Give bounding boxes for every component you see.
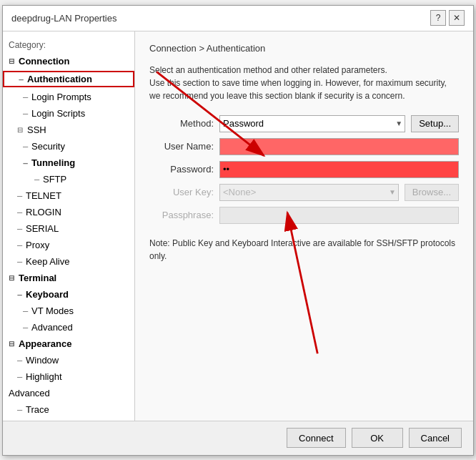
form-section: Method: Password Public Key Keyboard Int… (149, 115, 459, 224)
dash-keyboard: – (17, 289, 24, 300)
method-row: Method: Password Public Key Keyboard Int… (149, 115, 459, 132)
sidebar-item-vt-modes[interactable]: – VT Modes (3, 303, 134, 319)
sidebar: Category: ⊟ Connection – Authentication … (3, 31, 135, 421)
dialog-footer: Connect OK Cancel (3, 421, 473, 455)
sidebar-item-keepalive[interactable]: – Keep Alive (3, 253, 134, 270)
sidebar-item-appearance[interactable]: ⊟ Appearance (3, 336, 134, 352)
sidebar-item-ssh[interactable]: ⊟ SSH (3, 122, 134, 138)
sidebar-item-highlight[interactable]: – Highlight (3, 368, 134, 385)
password-row: Password: (149, 161, 459, 178)
dash-login-prompts: – (23, 92, 30, 102)
dash-security: – (23, 141, 30, 152)
sidebar-item-terminal[interactable]: ⊟ Terminal (3, 270, 134, 286)
method-select-wrapper: Password Public Key Keyboard Interactive… (219, 115, 405, 132)
expand-icon-connection: ⊟ (9, 57, 19, 65)
expand-icon-ssh: ⊟ (17, 126, 27, 134)
sidebar-item-trace[interactable]: – Trace (3, 401, 134, 418)
authentication-label: Authentication (27, 74, 92, 84)
sidebar-item-rlogin[interactable]: – RLOGIN (3, 204, 134, 220)
dash-keepalive: – (17, 256, 24, 267)
desc-line2: Use this section to save time when loggi… (149, 78, 447, 88)
close-button[interactable]: ✕ (449, 10, 465, 26)
desc-line3: we recommend you leave this section blan… (149, 91, 405, 101)
title-bar-controls: ? ✕ (430, 10, 465, 26)
category-label: Category: (3, 37, 134, 53)
expand-icon-appearance: ⊟ (9, 340, 19, 348)
dash-auth: – (19, 74, 26, 84)
advanced-label: Advanced (31, 322, 73, 333)
sidebar-item-login-prompts[interactable]: – Login Prompts (3, 89, 134, 105)
window-label: Window (26, 355, 59, 366)
breadcrumb: Connection > Authentication (149, 43, 459, 54)
sftp-label: SFTP (43, 174, 66, 185)
username-row: User Name: (149, 138, 459, 155)
security-label: Security (31, 141, 65, 152)
passphrase-label: Passphrase: (149, 210, 214, 220)
proxy-label: Proxy (26, 240, 49, 250)
desc-line1: Select an authentication method and othe… (149, 65, 387, 75)
advanced2-label: Advanced (9, 388, 50, 398)
dash-vtmodes: – (23, 305, 30, 316)
ok-button[interactable]: OK (352, 428, 403, 448)
connect-button[interactable]: Connect (287, 428, 345, 448)
connection-label: Connection (19, 56, 70, 67)
appearance-label: Appearance (19, 338, 71, 349)
sidebar-item-window[interactable]: – Window (3, 352, 134, 368)
sidebar-item-authentication[interactable]: – Authentication (3, 69, 134, 89)
main-content: Connection > Authentication Select an au… (135, 31, 473, 421)
vtmodes-label: VT Modes (31, 305, 74, 316)
tunneling-label: Tunneling (31, 157, 75, 168)
dash-advanced: – (23, 322, 30, 333)
sidebar-item-advanced[interactable]: – Advanced (3, 319, 134, 336)
dash-login-scripts: – (23, 108, 30, 119)
expand-icon-terminal: ⊟ (9, 274, 19, 282)
password-label: Password: (149, 164, 214, 175)
passphrase-row: Passphrase: (149, 207, 459, 224)
sidebar-item-security[interactable]: – Security (3, 138, 134, 155)
telnet-label: TELNET (26, 190, 61, 201)
sidebar-item-telnet[interactable]: – TELNET (3, 187, 134, 204)
setup-button[interactable]: Setup... (411, 115, 459, 132)
method-label: Method: (149, 118, 214, 129)
password-input[interactable] (219, 161, 459, 178)
userkey-row: User Key: <None> ▼ Browse... (149, 184, 459, 201)
sidebar-item-tunneling[interactable]: – Tunneling (3, 155, 134, 171)
sidebar-item-proxy[interactable]: – Proxy (3, 237, 134, 253)
dash-rlogin: – (17, 207, 24, 217)
dialog-window: deepdrug-LAN Properties ? ✕ Category: ⊟ … (2, 5, 474, 456)
content-wrapper: Connection > Authentication Select an au… (135, 31, 473, 421)
dash-window: – (17, 355, 24, 366)
sidebar-item-sftp[interactable]: – SFTP (3, 171, 134, 187)
dash-highlight: – (17, 371, 24, 382)
trace-label: Trace (26, 404, 49, 415)
keyboard-label: Keyboard (26, 289, 69, 300)
sidebar-item-advanced2[interactable]: Advanced (3, 385, 134, 401)
window-title: deepdrug-LAN Properties (11, 13, 116, 24)
terminal-label: Terminal (19, 273, 56, 283)
sidebar-item-serial[interactable]: – SERIAL (3, 220, 134, 237)
dash-trace: – (17, 404, 24, 415)
dash-telnet: – (17, 190, 24, 201)
sidebar-item-connection[interactable]: ⊟ Connection (3, 53, 134, 69)
note-text: Note: Public Key and Keyboard Interactiv… (149, 237, 459, 263)
description: Select an authentication method and othe… (149, 64, 459, 102)
serial-label: SERIAL (26, 223, 59, 234)
username-label: User Name: (149, 141, 214, 152)
title-bar: deepdrug-LAN Properties ? ✕ (3, 6, 473, 31)
keepalive-label: Keep Alive (26, 256, 69, 267)
sidebar-item-login-scripts[interactable]: – Login Scripts (3, 105, 134, 122)
username-input[interactable] (219, 138, 459, 155)
rlogin-label: RLOGIN (26, 207, 61, 217)
login-prompts-label: Login Prompts (31, 92, 91, 102)
userkey-select: <None> (219, 184, 399, 201)
help-button[interactable]: ? (430, 10, 446, 26)
sidebar-item-keyboard[interactable]: – Keyboard (3, 286, 134, 303)
dash-proxy: – (17, 240, 24, 250)
userkey-label: User Key: (149, 187, 214, 197)
method-select[interactable]: Password Public Key Keyboard Interactive (219, 115, 405, 132)
dash-tunneling: – (23, 157, 30, 168)
passphrase-input (219, 207, 459, 224)
highlight-label: Highlight (26, 371, 62, 382)
cancel-button[interactable]: Cancel (409, 428, 462, 448)
dash-sftp: – (34, 174, 41, 185)
